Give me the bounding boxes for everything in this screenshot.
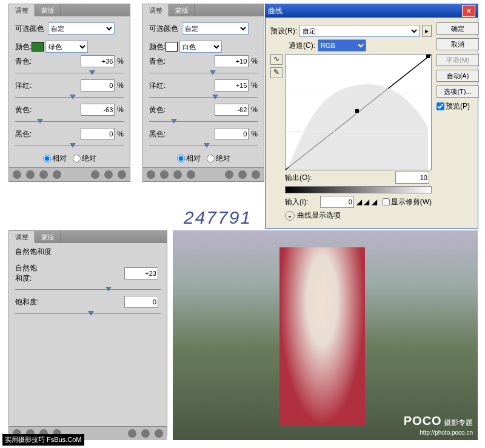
slider-thumb[interactable]: [204, 143, 210, 148]
slider-thumb[interactable]: [210, 70, 216, 75]
value-input[interactable]: [215, 79, 249, 92]
curves-dialog: 曲线 × 预设(R): 自定 ▸ 通道(C): RGB ∿ ✎ 输出(O): 输…: [265, 4, 478, 229]
show-clipping[interactable]: 显示修剪(W): [382, 197, 432, 207]
radio-relative[interactable]: 相对: [177, 153, 201, 164]
selective-color-panel-a: 调整 蒙版 可选颜色 自定 颜色: 绿色 青色:%洋红:%黄色:%黑色:% 相对…: [8, 4, 130, 182]
slider-label: 黄色:: [15, 105, 39, 115]
slider-thumb[interactable]: [70, 95, 76, 99]
radio-absolute[interactable]: 绝对: [207, 153, 230, 164]
preset-select[interactable]: 自定: [299, 25, 420, 37]
value-input[interactable]: [81, 104, 115, 116]
color-swatch: [32, 42, 44, 52]
input-field[interactable]: [320, 196, 354, 208]
slider-thumb[interactable]: [89, 70, 95, 75]
value-input[interactable]: [81, 128, 115, 140]
slider-track[interactable]: [15, 142, 124, 150]
slider-thumb[interactable]: [105, 287, 112, 292]
fsbus-watermark: 实用摄影技巧 FsBus.CoM: [2, 434, 84, 446]
value-input[interactable]: [215, 55, 249, 67]
slider-track[interactable]: [15, 70, 124, 77]
smooth-button: 平滑(M): [436, 54, 479, 66]
footer-icons: [9, 167, 130, 181]
slider-thumb[interactable]: [70, 143, 76, 148]
preset-select[interactable]: 自定: [48, 22, 115, 35]
slider-label: 黑色:: [15, 129, 39, 139]
slider-track[interactable]: [15, 310, 161, 318]
curve-tool-icon[interactable]: ∿: [270, 54, 283, 65]
radio-absolute[interactable]: 绝对: [73, 153, 96, 164]
color-swatch: [166, 42, 178, 52]
title: 可选颜色: [149, 24, 178, 34]
sliders-c: 自然饱和度:饱和度:: [15, 263, 161, 318]
slider-thumb[interactable]: [212, 95, 218, 99]
value-input[interactable]: [81, 55, 115, 67]
value-input[interactable]: [124, 267, 158, 279]
slider-label: 黄色:: [149, 105, 173, 115]
auto-button[interactable]: 自动(A): [436, 70, 479, 82]
slider-track[interactable]: [149, 142, 258, 150]
watermark-text: 247791: [184, 207, 252, 228]
slider-label: 青色:: [149, 56, 173, 67]
value-input[interactable]: [215, 104, 249, 116]
slider-track[interactable]: [149, 70, 258, 77]
gradient-bar: [285, 186, 432, 193]
channel-select[interactable]: RGB: [318, 39, 366, 52]
footer-icons: [143, 167, 264, 181]
value-input[interactable]: [215, 128, 249, 140]
output-label: 输出(O):: [285, 173, 312, 183]
color-label: 颜色:: [149, 42, 166, 52]
menu-icon[interactable]: ▸: [422, 25, 432, 37]
display-options[interactable]: 曲线显示选项: [297, 210, 341, 221]
slider-track[interactable]: [15, 118, 124, 125]
color-select[interactable]: 绿色: [45, 41, 88, 53]
ok-button[interactable]: 确定: [436, 22, 479, 35]
poco-watermark: POCO 摄影专题 http://photo.poco.cn: [404, 414, 473, 436]
slider-track[interactable]: [15, 286, 161, 293]
slider-label: 饱和度:: [15, 297, 39, 307]
value-input[interactable]: [81, 79, 115, 92]
slider-label: 洋红:: [15, 81, 39, 91]
output-field[interactable]: [395, 172, 429, 184]
tab-mask[interactable]: 蒙版: [169, 4, 195, 16]
tab-adjust[interactable]: 调整: [9, 4, 35, 16]
channel-label: 通道(C):: [289, 41, 315, 51]
slider-label: 洋红:: [149, 81, 173, 91]
slider-thumb[interactable]: [171, 119, 177, 124]
sliders: 青色:%洋红:%黄色:%黑色:%: [149, 55, 258, 150]
slider-track[interactable]: [149, 94, 258, 101]
slider-track[interactable]: [149, 118, 258, 125]
options-button[interactable]: 选项(T)...: [436, 85, 479, 98]
title: 可选颜色: [15, 24, 44, 34]
chevron-icon[interactable]: ⌄: [285, 211, 295, 221]
selective-color-panel-b: 调整蒙版 可选颜色 自定 颜色: 白色 青色:%洋红:%黄色:%黑色:% 相对 …: [142, 4, 264, 182]
close-icon[interactable]: ×: [462, 5, 475, 17]
tab-adjust[interactable]: 调整: [143, 4, 169, 16]
input-label: 输入(I):: [285, 197, 309, 207]
slider-label: 自然饱和度:: [15, 263, 39, 284]
mode-radios: 相对 绝对: [15, 153, 124, 164]
eyedropper-3-icon[interactable]: ◢: [372, 198, 377, 206]
slider-thumb[interactable]: [37, 119, 43, 124]
value-input[interactable]: [124, 296, 158, 308]
sliders: 青色:%洋红:%黄色:%黑色:%: [15, 55, 124, 150]
preview-photo: POCO 摄影专题 http://photo.poco.cn: [173, 230, 478, 440]
eyedropper-1-icon[interactable]: ◢: [356, 198, 362, 206]
preset-label: 预设(R):: [270, 26, 297, 36]
radio-relative[interactable]: 相对: [43, 153, 67, 164]
slider-thumb[interactable]: [88, 311, 94, 316]
preview-checkbox[interactable]: 预览(P): [436, 102, 470, 110]
slider-label: 黑色:: [149, 129, 173, 139]
svg-rect-1: [355, 109, 359, 113]
curves-graph[interactable]: [285, 54, 432, 170]
tab-adjust[interactable]: 调整: [9, 231, 35, 243]
tab-mask[interactable]: 蒙版: [35, 4, 61, 16]
slider-track[interactable]: [15, 94, 124, 101]
pencil-tool-icon[interactable]: ✎: [270, 67, 283, 78]
eyedropper-2-icon[interactable]: ◢: [364, 198, 369, 206]
photo-subject: [279, 247, 365, 426]
cancel-button[interactable]: 取消: [436, 38, 479, 50]
tab-mask[interactable]: 蒙版: [35, 231, 61, 243]
color-select[interactable]: 白色: [179, 41, 222, 53]
color-label: 颜色:: [15, 42, 32, 52]
preset-select[interactable]: 自定: [182, 22, 249, 35]
